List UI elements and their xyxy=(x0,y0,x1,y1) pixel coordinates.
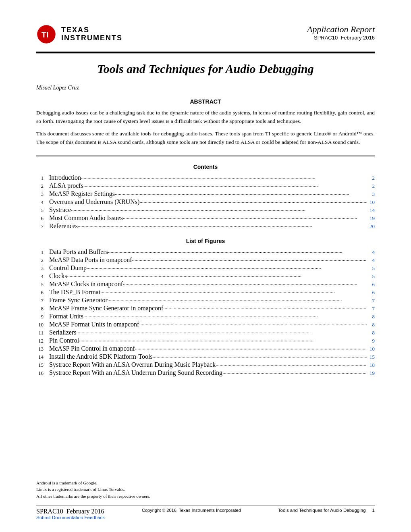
toc-page[interactable]: 19 xyxy=(367,215,375,222)
lof-page[interactable]: 8 xyxy=(367,322,375,328)
footer-doc-id: SPRAC10–February 2016 xyxy=(36,508,105,515)
toc-content: ALSA procfs 2 xyxy=(49,182,375,189)
lof-dots xyxy=(77,330,367,336)
lof-num: 16 xyxy=(36,370,49,376)
toc-row: 6 Most Common Audio Issues 19 xyxy=(36,214,375,222)
lof-page[interactable]: 5 xyxy=(367,265,375,272)
lof-content: The DSP_B Format 6 xyxy=(49,289,375,296)
lof-label: Systrace Report With an ALSA Overrun Dur… xyxy=(49,361,216,368)
toc-dots xyxy=(115,191,367,197)
lof-num: 14 xyxy=(36,354,49,360)
toc-row: 1 Introduction 2 xyxy=(36,174,375,181)
lof-num: 11 xyxy=(36,330,49,336)
page: TI TEXAS INSTRUMENTS Application Report … xyxy=(0,0,411,532)
toc-label: Most Common Audio Issues xyxy=(49,214,123,222)
lof-page[interactable]: 15 xyxy=(367,354,375,360)
toc-page[interactable]: 20 xyxy=(367,223,375,230)
lof-label: Data Ports and Buffers xyxy=(49,248,108,256)
lof-label: Pin Control xyxy=(49,337,79,344)
trademark-line3: All other trademarks are the property of… xyxy=(36,493,375,500)
lof-label: McASP Pin Control in omapconf xyxy=(49,345,135,352)
lof-page[interactable]: 7 xyxy=(367,305,375,312)
lof-title: List of Figures xyxy=(36,238,375,244)
lof-content: Frame Sync Generator 7 xyxy=(49,297,375,304)
lof-page[interactable]: 5 xyxy=(367,273,375,280)
lof-row: 5 McASP Clocks in omapconf 6 xyxy=(36,281,375,288)
footer-page-num: 1 xyxy=(372,508,375,513)
toc-row: 4 Overruns and Underruns (XRUNs) 10 xyxy=(36,198,375,206)
lof-content: McASP Format Units in omapconf 8 xyxy=(49,321,375,328)
ti-brand-text: TEXAS INSTRUMENTS xyxy=(61,26,122,42)
rule-thin xyxy=(36,54,375,54)
lof-dots xyxy=(79,338,367,344)
footer-trademarks: Android is a trademark of Google. Linux … xyxy=(36,480,375,500)
submit-feedback-link[interactable]: Submit Documentation Feedback xyxy=(36,515,105,520)
lof-page[interactable]: 4 xyxy=(367,257,375,264)
lof-content: Data Ports and Buffers 4 xyxy=(49,248,375,256)
toc-page[interactable]: 2 xyxy=(367,183,375,189)
toc-num: 1 xyxy=(36,175,49,181)
lof-label: McASP Frame Sync Generator in omapconf xyxy=(49,305,163,312)
lof-num: 7 xyxy=(36,297,49,304)
toc-rows: 1 Introduction 2 2 ALSA procfs 2 3 McASP… xyxy=(36,174,375,230)
lof-row: 9 Format Units 8 xyxy=(36,313,375,320)
toc-dots xyxy=(83,183,367,189)
lof-page[interactable]: 6 xyxy=(367,289,375,296)
lof-row: 13 McASP Pin Control in omapconf 10 xyxy=(36,345,375,352)
lof-label: Systrace Report With an ALSA Underrun Du… xyxy=(49,369,222,376)
lof-page[interactable]: 7 xyxy=(367,297,375,304)
lof-num: 13 xyxy=(36,346,49,352)
toc-content: Systrace 14 xyxy=(49,206,375,214)
footer-copyright: Copyright © 2016, Texas Instruments Inco… xyxy=(142,508,241,513)
lof-content: McASP Frame Sync Generator in omapconf 7 xyxy=(49,305,375,312)
abstract-section: ABSTRACT Debugging audio issues can be a… xyxy=(36,98,375,147)
toc-title: Contents xyxy=(36,164,375,170)
toc-page[interactable]: 10 xyxy=(367,199,375,206)
footer-right-block: Tools and Techniques for Audio Debugging… xyxy=(278,508,375,513)
lof-page[interactable]: 4 xyxy=(367,249,375,256)
lof-page[interactable]: 9 xyxy=(367,338,375,344)
lof-label: Serializers xyxy=(49,329,77,336)
toc-dots xyxy=(71,207,367,214)
lof-page[interactable]: 6 xyxy=(367,281,375,288)
lof-page[interactable]: 8 xyxy=(367,330,375,336)
lof-num: 6 xyxy=(36,289,49,296)
abstract-title: ABSTRACT xyxy=(36,98,375,105)
author: Misael Lopez Cruz xyxy=(36,85,375,91)
lof-dots xyxy=(139,322,367,328)
lof-num: 5 xyxy=(36,281,49,288)
toc-page[interactable]: 2 xyxy=(367,175,375,181)
toc-num: 3 xyxy=(36,191,49,197)
toc-content: Most Common Audio Issues 19 xyxy=(49,214,375,222)
ti-logo-icon: TI xyxy=(36,24,56,44)
toc-num: 7 xyxy=(36,223,49,230)
app-report-subtitle: SPRAC10–February 2016 xyxy=(307,35,375,41)
lof-page[interactable]: 18 xyxy=(367,362,375,368)
lof-row: 12 Pin Control 9 xyxy=(36,337,375,344)
lof-dots xyxy=(222,370,367,376)
lof-page[interactable]: 19 xyxy=(367,370,375,376)
lof-label: Clocks xyxy=(49,272,67,280)
lof-content: Format Units 8 xyxy=(49,313,375,320)
lof-num: 1 xyxy=(36,249,49,256)
toc-label: ALSA procfs xyxy=(49,182,83,189)
toc-row: 2 ALSA procfs 2 xyxy=(36,182,375,189)
doc-title: Tools and Techniques for Audio Debugging xyxy=(36,62,375,76)
lof-dots xyxy=(83,314,367,320)
lof-page[interactable]: 10 xyxy=(367,346,375,352)
lof-row: 4 Clocks 5 xyxy=(36,272,375,280)
lof-label: Frame Sync Generator xyxy=(49,297,108,304)
toc-dots xyxy=(78,223,367,230)
lof-row: 6 The DSP_B Format 6 xyxy=(36,289,375,296)
toc-num: 6 xyxy=(36,215,49,222)
rule-top xyxy=(36,52,375,53)
footer: Android is a trademark of Google. Linux … xyxy=(36,480,375,520)
footer-left-block: SPRAC10–February 2016 Submit Documentati… xyxy=(36,508,105,520)
lof-page[interactable]: 8 xyxy=(367,314,375,320)
toc-page[interactable]: 14 xyxy=(367,207,375,214)
toc-label: Overruns and Underruns (XRUNs) xyxy=(49,198,139,206)
lof-num: 8 xyxy=(36,305,49,312)
lof-row: 1 Data Ports and Buffers 4 xyxy=(36,248,375,256)
lof-dots xyxy=(132,257,367,264)
toc-page[interactable]: 3 xyxy=(367,191,375,197)
